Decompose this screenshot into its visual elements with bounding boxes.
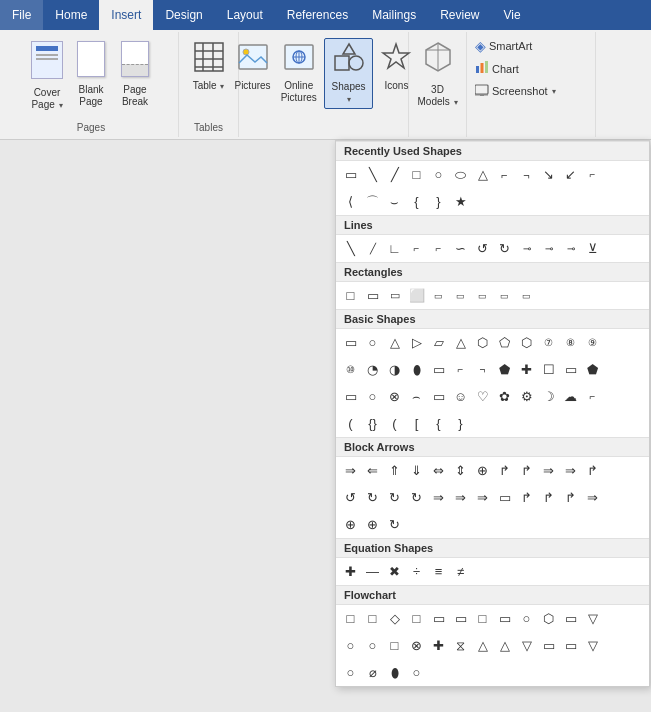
shape-btn[interactable]: ⊕ xyxy=(362,514,383,535)
shape-btn[interactable]: ▭ xyxy=(340,164,361,185)
shape-btn[interactable]: ⊗ xyxy=(384,386,405,407)
shape-btn[interactable]: ≠ xyxy=(450,561,471,582)
shape-btn[interactable]: ╱ xyxy=(384,164,405,185)
shape-btn[interactable]: ⬡ xyxy=(538,608,559,629)
shape-btn[interactable]: ↻ xyxy=(494,238,515,259)
tab-insert[interactable]: Insert xyxy=(99,0,153,30)
shape-btn[interactable]: ▭ xyxy=(494,285,515,306)
shape-btn[interactable]: ⬭ xyxy=(450,164,471,185)
shape-btn[interactable]: ○ xyxy=(340,635,361,656)
shape-btn[interactable]: ★ xyxy=(450,191,471,212)
shape-btn[interactable]: ○ xyxy=(406,662,427,683)
shape-btn[interactable]: ⇒ xyxy=(582,487,603,508)
shape-btn[interactable]: ¬ xyxy=(472,359,493,380)
shape-btn[interactable]: ⇓ xyxy=(406,460,427,481)
shapes-button[interactable]: Shapes ▾ xyxy=(324,38,373,109)
shape-btn[interactable]: ⌢ xyxy=(406,386,427,407)
shape-btn[interactable]: ◔ xyxy=(362,359,383,380)
shape-btn[interactable]: ⑦ xyxy=(538,332,559,353)
tab-references[interactable]: References xyxy=(275,0,360,30)
shape-btn[interactable]: ⑨ xyxy=(582,332,603,353)
shape-btn[interactable]: ▭ xyxy=(450,608,471,629)
tab-home[interactable]: Home xyxy=(43,0,99,30)
shape-btn[interactable]: ╲ xyxy=(340,238,361,259)
shape-btn[interactable]: ○ xyxy=(362,332,383,353)
shape-btn[interactable]: ✚ xyxy=(516,359,537,380)
shape-btn[interactable]: ⊕ xyxy=(340,514,361,535)
shape-btn[interactable]: □ xyxy=(340,285,361,306)
shape-btn[interactable]: □ xyxy=(384,635,405,656)
shape-btn[interactable]: ▭ xyxy=(494,608,515,629)
shape-btn[interactable]: ⌐ xyxy=(582,386,603,407)
shape-btn[interactable]: ⬮ xyxy=(384,662,405,683)
pictures-button[interactable]: Pictures xyxy=(231,38,273,95)
shape-btn[interactable]: ↱ xyxy=(516,460,537,481)
shape-btn[interactable]: ↻ xyxy=(362,487,383,508)
shape-btn[interactable]: ▭ xyxy=(428,608,449,629)
shape-btn[interactable]: ⌀ xyxy=(362,662,383,683)
shape-btn[interactable]: ↱ xyxy=(538,487,559,508)
shape-btn[interactable]: { xyxy=(406,191,427,212)
shape-btn[interactable]: ▭ xyxy=(428,386,449,407)
screenshot-button[interactable]: Screenshot ▾ xyxy=(471,81,591,101)
tab-mailings[interactable]: Mailings xyxy=(360,0,428,30)
shape-btn[interactable]: ↻ xyxy=(406,487,427,508)
shape-btn[interactable]: ♡ xyxy=(472,386,493,407)
shape-btn[interactable]: ⑩ xyxy=(340,359,361,380)
shape-btn[interactable]: ⊸ xyxy=(560,238,581,259)
shape-btn[interactable]: ▭ xyxy=(450,285,471,306)
shape-btn[interactable]: ∽ xyxy=(450,238,471,259)
shape-btn[interactable]: ⌐ xyxy=(450,359,471,380)
shape-btn[interactable]: ⊸ xyxy=(516,238,537,259)
shape-btn[interactable]: ⌐ xyxy=(428,238,449,259)
shape-btn[interactable]: ▭ xyxy=(472,285,493,306)
tab-file[interactable]: File xyxy=(0,0,43,30)
shape-btn[interactable]: ⇕ xyxy=(450,460,471,481)
shape-btn[interactable]: ☁ xyxy=(560,386,581,407)
shape-btn[interactable]: ↘ xyxy=(538,164,559,185)
shape-btn[interactable]: ▭ xyxy=(362,285,383,306)
shape-btn[interactable]: ⌐ xyxy=(406,238,427,259)
shape-btn[interactable]: ⇒ xyxy=(538,460,559,481)
shape-btn[interactable]: ⇒ xyxy=(560,460,581,481)
shape-btn[interactable]: ▽ xyxy=(582,635,603,656)
table-button[interactable]: Table ▾ xyxy=(189,38,229,95)
tab-layout[interactable]: Layout xyxy=(215,0,275,30)
shape-btn[interactable]: ( xyxy=(384,413,405,434)
smartart-button[interactable]: ◈ SmartArt xyxy=(471,36,591,56)
shape-btn[interactable]: ↙ xyxy=(560,164,581,185)
shape-btn[interactable]: ∟ xyxy=(384,238,405,259)
shape-btn[interactable]: △ xyxy=(472,635,493,656)
tab-review[interactable]: Review xyxy=(428,0,491,30)
shape-btn[interactable]: ☐ xyxy=(538,359,559,380)
shape-btn[interactable]: ▭ xyxy=(340,386,361,407)
shape-btn[interactable]: ▭ xyxy=(560,608,581,629)
shape-btn[interactable]: ◇ xyxy=(384,608,405,629)
shape-btn[interactable]: ⑧ xyxy=(560,332,581,353)
shape-btn[interactable]: ¬ xyxy=(516,164,537,185)
shape-btn[interactable]: ▽ xyxy=(516,635,537,656)
shape-btn[interactable]: ▽ xyxy=(582,608,603,629)
shape-btn[interactable]: } xyxy=(428,191,449,212)
shape-btn[interactable]: ▭ xyxy=(340,332,361,353)
shape-btn[interactable]: ⟨ xyxy=(340,191,361,212)
shape-btn[interactable]: ⊻ xyxy=(582,238,603,259)
shape-btn[interactable]: ▭ xyxy=(428,359,449,380)
shape-btn[interactable]: △ xyxy=(384,332,405,353)
shape-btn[interactable]: ⇒ xyxy=(472,487,493,508)
online-pictures-button[interactable]: OnlinePictures xyxy=(278,38,320,107)
shape-btn[interactable]: ⬮ xyxy=(406,359,427,380)
shape-btn[interactable]: ◑ xyxy=(384,359,405,380)
tab-design[interactable]: Design xyxy=(153,0,214,30)
shape-btn[interactable]: ↱ xyxy=(516,487,537,508)
shape-btn[interactable]: { xyxy=(428,413,449,434)
shape-btn[interactable]: ▭ xyxy=(560,359,581,380)
shape-btn[interactable]: ▭ xyxy=(428,285,449,306)
blank-page-button[interactable]: BlankPage xyxy=(70,38,112,111)
shape-btn[interactable]: ╱ xyxy=(362,238,383,259)
shape-btn[interactable]: ⊗ xyxy=(406,635,427,656)
shape-btn[interactable]: ╲ xyxy=(362,164,383,185)
shape-btn[interactable]: ≡ xyxy=(428,561,449,582)
shape-btn[interactable]: ↻ xyxy=(384,514,405,535)
shape-btn[interactable]: ⇔ xyxy=(428,460,449,481)
